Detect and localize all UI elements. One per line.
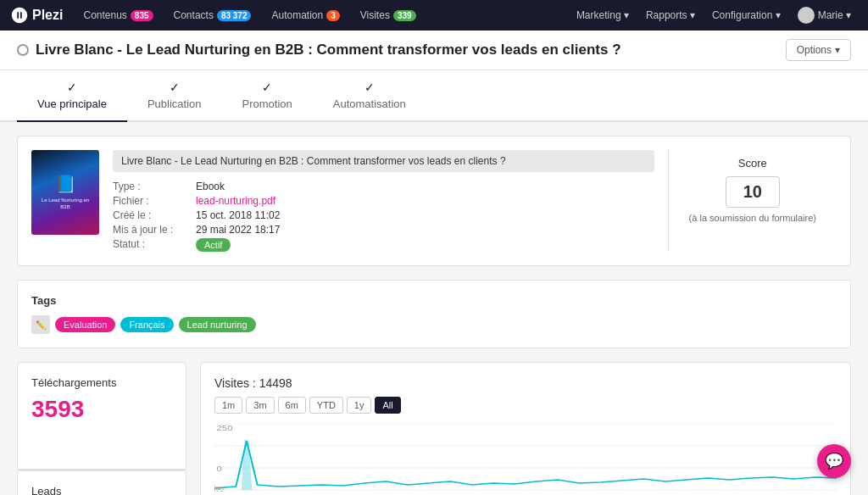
book-cover: 📘 Le Lead Nurturing en B2B xyxy=(31,150,99,235)
main-chart-svg: 250 0 jan. 19 xyxy=(214,424,837,492)
chart-btn-ytd[interactable]: YTD xyxy=(309,397,343,414)
svg-text:0: 0 xyxy=(217,464,223,473)
tab-automatisation[interactable]: ✓ Automatisation xyxy=(313,70,426,122)
tab-promotion[interactable]: ✓ Promotion xyxy=(222,70,313,122)
logo[interactable]: Plezi xyxy=(10,6,63,25)
options-button[interactable]: Options ▾ xyxy=(786,39,851,61)
nav-user[interactable]: Marie ▾ xyxy=(791,7,858,24)
nav-rapports[interactable]: Rapports ▾ xyxy=(639,9,702,21)
nav-right: Marketing ▾ Rapports ▾ Configuration ▾ M… xyxy=(570,7,858,24)
tags-title: Tags xyxy=(31,294,837,307)
tab-publication[interactable]: ✓ Publication xyxy=(127,70,222,122)
statut-label: Statut : xyxy=(113,238,189,252)
nav-configuration[interactable]: Configuration ▾ xyxy=(705,9,787,21)
chat-bubble[interactable]: 💬 xyxy=(817,444,851,478)
page-title: Livre Blanc - Le Lead Nurturing en B2B :… xyxy=(36,42,621,58)
chart-svg-container: 250 0 jan. 19 jan.19 mai19 sept.19 jan.2… xyxy=(214,424,837,495)
stats-left: Téléchargements 3593 Leads 1114 xyxy=(17,362,186,495)
downloads-value[interactable]: 3593 xyxy=(31,396,172,423)
score-sub: (à la soumission du formulaire) xyxy=(689,213,816,223)
info-title-bar: Livre Blanc - Le Lead Nurturing en B2B :… xyxy=(113,150,654,172)
downloads-label: Téléchargements xyxy=(31,376,172,389)
type-value: Ebook xyxy=(196,181,654,192)
chart-btn-6m[interactable]: 6m xyxy=(278,397,306,414)
maj-value: 29 mai 2022 18:17 xyxy=(196,224,654,236)
stats-row: Téléchargements 3593 Leads 1114 Visites … xyxy=(17,362,851,495)
info-details: Livre Blanc - Le Lead Nurturing en B2B :… xyxy=(113,150,654,252)
page-header: Livre Blanc - Le Lead Nurturing en B2B :… xyxy=(0,31,868,70)
tab-vue-principale[interactable]: ✓ Vue principale xyxy=(17,70,127,122)
cree-value: 15 oct. 2018 11:02 xyxy=(196,209,654,221)
tag-lead-nurturing[interactable]: Lead nurturing xyxy=(179,317,256,332)
downloads-card: Téléchargements 3593 xyxy=(17,362,186,470)
tag-evaluation[interactable]: Evaluation xyxy=(55,317,115,332)
tag-francais[interactable]: Français xyxy=(120,317,173,332)
chart-card: Visites : 14498 1m 3m 6m YTD 1y All 25 xyxy=(200,362,851,495)
statut-badge: Actif xyxy=(196,238,231,252)
nav-visites[interactable]: Visites 339 xyxy=(353,9,423,21)
tabs-bar: ✓ Vue principale ✓ Publication ✓ Promoti… xyxy=(0,70,868,122)
cree-label: Créé le : xyxy=(113,209,189,221)
chart-btn-3m[interactable]: 3m xyxy=(246,397,274,414)
leads-card: Leads 1114 xyxy=(17,470,186,496)
svg-text:19: 19 xyxy=(215,490,224,492)
score-label: Score xyxy=(689,157,816,170)
svg-text:250: 250 xyxy=(217,424,233,432)
contenus-badge: 835 xyxy=(131,10,153,21)
top-nav: Plezi Contenus 835 Contacts 83 372 Autom… xyxy=(0,0,868,31)
chart-title: Visites : 14498 xyxy=(214,376,837,390)
nav-marketing[interactable]: Marketing ▾ xyxy=(570,9,636,21)
chart-controls: 1m 3m 6m YTD 1y All xyxy=(214,397,837,414)
score-value: 10 xyxy=(726,176,780,208)
fichier-label: Fichier : xyxy=(113,195,189,207)
chart-btn-all[interactable]: All xyxy=(375,397,400,414)
info-card: 📘 Le Lead Nurturing en B2B Livre Blanc -… xyxy=(17,136,851,266)
page-title-area: Livre Blanc - Le Lead Nurturing en B2B :… xyxy=(17,42,621,58)
svg-marker-6 xyxy=(242,439,253,490)
fichier-value[interactable]: lead-nurturing.pdf xyxy=(196,195,654,207)
nav-contacts[interactable]: Contacts 83 372 xyxy=(167,9,259,21)
tags-row: ✏️ Evaluation Français Lead nurturing xyxy=(31,315,837,334)
contacts-badge: 83 372 xyxy=(217,10,252,21)
leads-label: Leads xyxy=(31,485,172,496)
main-content: 📘 Le Lead Nurturing en B2B Livre Blanc -… xyxy=(0,122,868,495)
nav-automation[interactable]: Automation 3 xyxy=(264,9,346,21)
chart-btn-1m[interactable]: 1m xyxy=(214,397,242,414)
automation-badge: 3 xyxy=(326,10,340,21)
info-grid: Type : Ebook Fichier : lead-nurturing.pd… xyxy=(113,181,654,252)
chart-btn-1y[interactable]: 1y xyxy=(347,397,372,414)
type-label: Type : xyxy=(113,181,189,192)
nav-contenus[interactable]: Contenus 835 xyxy=(76,9,159,21)
maj-label: Mis à jour le : xyxy=(113,224,189,236)
score-box: Score 10 (à la soumission du formulaire) xyxy=(668,150,837,252)
tags-edit-button[interactable]: ✏️ xyxy=(31,315,50,334)
tags-section: Tags ✏️ Evaluation Français Lead nurturi… xyxy=(17,280,851,348)
visites-badge: 339 xyxy=(393,10,416,21)
status-circle xyxy=(17,44,29,56)
